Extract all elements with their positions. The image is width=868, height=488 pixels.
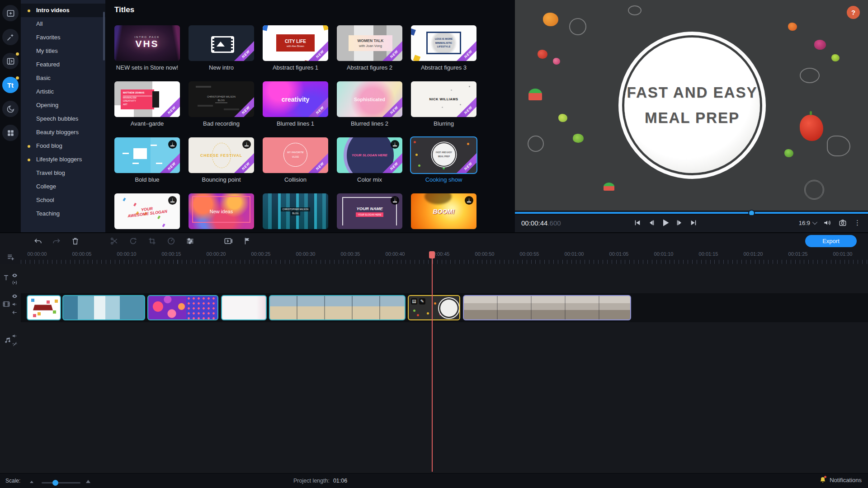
sidebar-item-artistic[interactable]: Artistic: [21, 85, 105, 99]
download-icon[interactable]: ↓: [168, 196, 177, 205]
audio-track-mute-button[interactable]: [12, 333, 18, 341]
video-track-mute-button[interactable]: [12, 301, 18, 309]
playhead-marker[interactable]: [429, 251, 435, 258]
play-button[interactable]: [660, 218, 670, 229]
title-tile-glitch[interactable]: CHRISTOPHER WILSONBLOG: [263, 193, 328, 229]
zoom-in-icon[interactable]: [86, 480, 90, 483]
titles-tab[interactable]: Tt: [2, 77, 19, 93]
sidebar-item-speech-bubbles[interactable]: Speech bubbles: [21, 112, 105, 126]
title-tile-boldblue[interactable]: ↓NEWBold blue: [114, 137, 180, 183]
download-icon[interactable]: ↓: [168, 140, 177, 149]
aspect-ratio-dropdown[interactable]: 16:9: [799, 220, 816, 226]
notes-icon[interactable]: ▤: [411, 298, 417, 305]
redo-button[interactable]: [50, 235, 62, 248]
title-tile-abs1[interactable]: CITY LIFEwith Alex BrownNEWAbstract figu…: [263, 25, 328, 71]
sidebar-item-travel-blog[interactable]: Travel blog: [21, 166, 105, 180]
edit-icon[interactable]: ✎: [419, 298, 425, 305]
sidebar-item-featured[interactable]: Featured: [21, 58, 105, 71]
sidebar-item-opening[interactable]: Opening: [21, 99, 105, 112]
sidebar-item-favorites[interactable]: Favorites: [21, 31, 105, 44]
notifications-button[interactable]: Notifications: [819, 476, 862, 483]
sidebar-item-teaching[interactable]: Teaching: [21, 207, 105, 221]
sidebar-item-lifestyle-bloggers[interactable]: Lifestyle bloggers: [21, 153, 105, 166]
seek-bar[interactable]: [515, 211, 868, 215]
new-ribbon: NEW: [453, 150, 476, 173]
sidebar-item-all[interactable]: All: [21, 17, 105, 31]
title-tile-slogan[interactable]: YOURAWESOME SLOGAN↓: [114, 193, 180, 229]
add-track-button[interactable]: [7, 253, 15, 263]
title-track-sync-button[interactable]: [12, 279, 18, 287]
title-tile-blur2[interactable]: SophisticatedNEWBlurred lines 2: [337, 81, 402, 127]
timeline-clip-white[interactable]: [221, 295, 267, 320]
previous-frame-button[interactable]: [646, 218, 656, 229]
title-tile-avant[interactable]: MATTHEW JOHNASMINIMALISMCREATIVITYARTNEW…: [114, 81, 180, 127]
import-tab[interactable]: [2, 5, 19, 21]
timeline-clip-beach[interactable]: [269, 295, 406, 320]
title-tile-newideas[interactable]: New ideas: [189, 193, 254, 229]
transitions-tab[interactable]: [2, 53, 19, 69]
title-tile-blur1[interactable]: creativityNEWBlurred lines 1: [263, 81, 328, 127]
download-icon[interactable]: ↓: [242, 140, 251, 149]
sidebar-item-beauty-bloggers[interactable]: Beauty bloggers: [21, 126, 105, 139]
title-tile-yourname[interactable]: YOUR NAMEYOUR SLOGAN HERE↓: [337, 193, 402, 229]
title-tile-abs3[interactable]: LESS IS MOREMINIMALISTICLIFESTYLENEWAbst…: [411, 25, 476, 71]
title-tile-label: Blurring: [411, 120, 476, 127]
title-tile-collision[interactable]: MY FAVORITEVLOGNEWCollision: [263, 137, 328, 183]
transition-wizard-button[interactable]: [222, 235, 234, 248]
timeline-clip-confetti[interactable]: [27, 295, 61, 320]
filters-tab[interactable]: [2, 29, 19, 45]
scale-slider-thumb[interactable]: [52, 480, 58, 486]
volume-button[interactable]: [823, 219, 831, 227]
next-frame-button[interactable]: [675, 218, 684, 229]
video-track-visibility-button[interactable]: [12, 293, 18, 301]
sidebar-item-my-titles[interactable]: My titles: [21, 44, 105, 58]
title-tile-abs2[interactable]: WOMEN TALKwith Joan VongNEWAbstract figu…: [337, 25, 402, 71]
skip-start-button[interactable]: [632, 218, 642, 229]
stickers-tab[interactable]: [2, 101, 19, 117]
sidebar-item-college[interactable]: College: [21, 180, 105, 193]
more-tools-tab[interactable]: [2, 125, 19, 141]
vegetable-pea: [831, 54, 840, 61]
title-tile-boom[interactable]: BOOM!↓: [411, 193, 476, 229]
playhead-line[interactable]: [432, 251, 433, 472]
title-tile-newintro[interactable]: NEWNew intro: [189, 25, 254, 71]
export-button[interactable]: Export: [805, 235, 857, 247]
download-icon[interactable]: ↓: [465, 196, 473, 205]
timeline-clip-cooking2[interactable]: ▤✎: [408, 295, 460, 320]
timeline-clip-ocean[interactable]: [62, 295, 145, 320]
ruler-timestamp: 00:00:55: [520, 251, 539, 257]
cut-button[interactable]: [108, 235, 120, 248]
timeline-scale-slider[interactable]: [42, 482, 80, 483]
sidebar-item-school[interactable]: School: [21, 193, 105, 207]
ruler-timestamp: 00:01:10: [654, 251, 674, 257]
marker-button[interactable]: [241, 235, 253, 248]
sidebar-item-basic[interactable]: Basic: [21, 71, 105, 85]
help-button[interactable]: ?: [847, 6, 860, 19]
timeline-clip-bubbles[interactable]: [147, 295, 218, 320]
more-menu-button[interactable]: ⋮: [854, 219, 861, 227]
title-tile-cooking[interactable]: FAST AND EASYMEAL PREPNEWCooking show: [411, 137, 476, 183]
sidebar-item-intro-videos[interactable]: Intro videos: [21, 4, 105, 17]
clip-speed-button[interactable]: [165, 235, 177, 248]
title-tile-store[interactable]: INTRO PACKVHSNEW sets in Store now!: [114, 25, 180, 71]
skip-end-button[interactable]: [689, 218, 698, 229]
title-tile-bounce[interactable]: CHEESE FESTIVAL↓NEWBouncing point: [189, 137, 254, 183]
delete-button[interactable]: [69, 235, 81, 248]
snapshot-button[interactable]: [839, 219, 847, 227]
download-icon[interactable]: ↓: [391, 196, 399, 205]
title-tile-label: Bold blue: [114, 176, 180, 183]
crop-button[interactable]: [146, 235, 158, 248]
clip-properties-button[interactable]: [184, 235, 196, 248]
audio-track-wave-button[interactable]: [12, 341, 18, 349]
categories-scrollbar[interactable]: [103, 12, 105, 61]
zoom-out-icon[interactable]: [30, 481, 33, 483]
title-tile-badrec[interactable]: CHRISTOPHER WILSONBLOGNEWBad recording: [189, 81, 254, 127]
undo-button[interactable]: [32, 235, 44, 248]
sidebar-item-food-blog[interactable]: Food blog: [21, 139, 105, 153]
rotate-button[interactable]: [127, 235, 139, 248]
timeline-clip-city[interactable]: [463, 295, 631, 320]
download-icon[interactable]: ↓: [391, 140, 399, 149]
title-tile-colormix[interactable]: YOUR SLOGAN HERE↓NEWColor mix: [337, 137, 402, 183]
title-tile-blurring[interactable]: NICK WILLIAMSNEWBlurring: [411, 81, 476, 127]
video-track-link-button[interactable]: [12, 309, 18, 317]
